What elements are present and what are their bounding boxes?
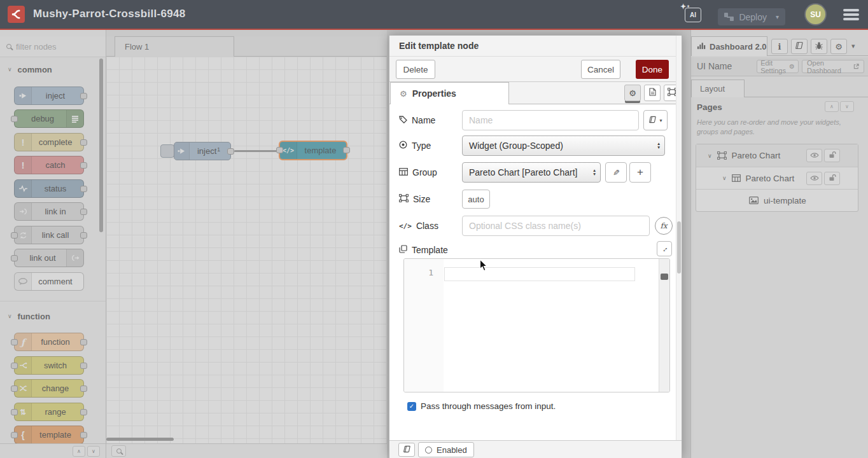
done-button[interactable]: Done xyxy=(636,60,669,79)
group-field-label: Group xyxy=(399,162,437,183)
tab-properties[interactable]: ⚙ Properties xyxy=(390,82,509,104)
name-config-button[interactable]: ▾ xyxy=(643,110,668,130)
name-field-label: Name xyxy=(399,110,435,130)
select-arrows-icon: ▴▾ xyxy=(657,136,660,155)
chevron-down-icon: ▾ xyxy=(659,118,662,123)
sparkle-icon: ✦ xyxy=(687,4,690,8)
select-arrows-icon: ▴▾ xyxy=(593,163,596,182)
document-icon xyxy=(649,88,656,98)
header-accent-line xyxy=(0,29,868,30)
deploy-button[interactable]: Deploy ▾ xyxy=(718,8,785,25)
header-bar: Mushy-Parrot-Crossbill-6948 ✦ ✦ AI Deplo… xyxy=(0,0,868,29)
node-red-logo-icon[interactable] xyxy=(8,6,25,23)
circle-dot-icon xyxy=(399,141,407,151)
sparkle-icon: ✦ xyxy=(680,3,686,11)
edit-group-button[interactable]: ✎ xyxy=(605,162,627,183)
chevron-down-icon: ▾ xyxy=(776,13,779,20)
size-field-label: Size xyxy=(399,189,430,209)
class-field[interactable] xyxy=(462,216,650,236)
tag-icon xyxy=(399,115,407,125)
editor-gutter: 1 xyxy=(404,259,444,392)
node-enabled-toggle[interactable]: Enabled xyxy=(418,442,474,457)
node-red-editor: Mushy-Parrot-Crossbill-6948 ✦ ✦ AI Deplo… xyxy=(0,0,868,458)
name-field[interactable] xyxy=(462,110,639,130)
passthrough-row: ✓ Pass through messages from input. xyxy=(407,401,556,411)
fx-expression-button[interactable]: fx xyxy=(655,217,673,235)
template-code-editor[interactable]: 1 xyxy=(403,258,670,392)
editor-scrollbar[interactable] xyxy=(659,259,669,392)
edit-node-tray: Edit template node Delete Cancel Done ⚙ … xyxy=(389,35,682,458)
type-select[interactable]: Widget (Group-Scoped) ▴▾ xyxy=(462,135,665,156)
size-button[interactable]: auto xyxy=(462,190,490,209)
tray-tab-bar: ⚙ Properties ⚙ xyxy=(389,82,682,104)
cancel-button[interactable]: Cancel xyxy=(581,60,620,79)
tray-scrollbar-thumb[interactable] xyxy=(677,221,681,274)
class-field-label: </> Class xyxy=(399,216,438,236)
node-help-button[interactable] xyxy=(398,443,415,457)
tray-scrollbar[interactable] xyxy=(676,36,682,440)
mouse-cursor xyxy=(479,259,489,275)
object-group-icon xyxy=(399,194,409,204)
deploy-nodes-icon xyxy=(724,13,734,21)
tray-footer: Enabled xyxy=(389,440,682,458)
book-icon xyxy=(403,444,411,455)
tray-title: Edit template node xyxy=(389,36,682,57)
user-avatar[interactable]: SU xyxy=(806,4,825,24)
book-icon xyxy=(648,114,657,126)
editor-active-line xyxy=(444,267,635,281)
line-number: 1 xyxy=(428,268,433,277)
group-select[interactable]: Pareto Chart [Pareto Chart] ▴▾ xyxy=(462,162,601,183)
template-field-label: Template xyxy=(399,240,448,260)
properties-tab-button[interactable]: ⚙ xyxy=(624,85,641,101)
gear-icon: ⚙ xyxy=(629,88,636,98)
type-field-label: Type xyxy=(399,135,431,156)
description-tab-button[interactable] xyxy=(644,85,661,101)
tray-button-bar: Delete Cancel Done xyxy=(389,57,682,82)
enabled-circle-icon xyxy=(425,447,432,454)
add-group-button[interactable]: + xyxy=(629,162,651,183)
copy-pages-icon xyxy=(399,245,407,255)
main-menu-button[interactable] xyxy=(843,9,859,20)
ai-assistant-button[interactable]: ✦ ✦ AI xyxy=(685,8,701,22)
pencil-icon: ✎ xyxy=(613,168,620,177)
code-icon: </> xyxy=(399,222,412,230)
gear-icon: ⚙ xyxy=(400,89,407,99)
table-icon xyxy=(399,167,408,177)
expand-editor-button[interactable]: ↔ xyxy=(657,241,672,256)
passthrough-checkbox[interactable]: ✓ xyxy=(407,402,416,411)
editor-scrollbar-thumb[interactable] xyxy=(661,274,668,280)
expand-diagonal-icon: ↔ xyxy=(659,243,670,254)
delete-button[interactable]: Delete xyxy=(396,60,435,79)
flow-title: Mushy-Parrot-Crossbill-6948 xyxy=(33,8,186,20)
properties-form: Name ▾ Type Widget (Group-S xyxy=(389,104,676,440)
